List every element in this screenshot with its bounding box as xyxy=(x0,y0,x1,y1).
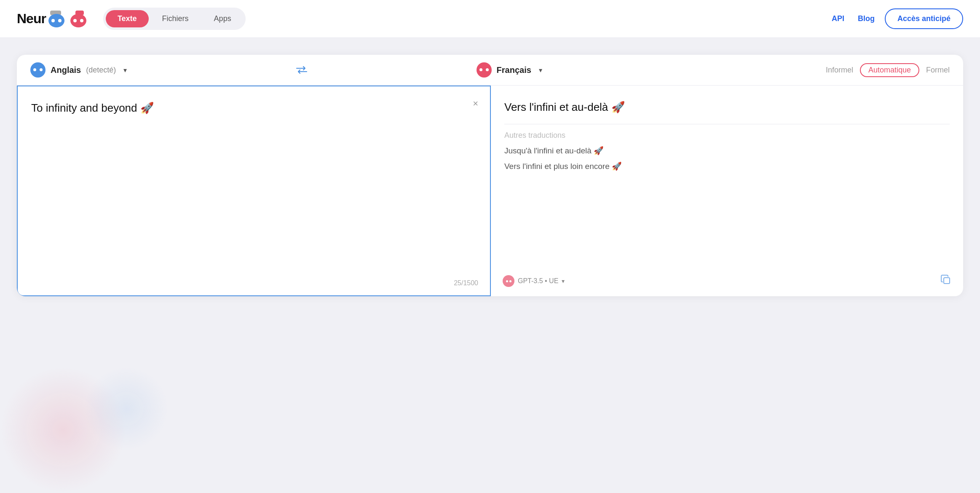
char-count: 25/1500 xyxy=(454,279,478,287)
panel-footer: GPT-3.5 • UE ▾ xyxy=(503,274,951,288)
target-panel: Vers l'infini et au-delà 🚀 Autres traduc… xyxy=(491,86,963,296)
main-content: Anglais (detecté) ▾ Français ▾ I xyxy=(0,38,980,493)
panel-divider xyxy=(504,124,950,124)
header: Neur Texte Fichie xyxy=(0,0,980,38)
source-lang-detected: (detecté) xyxy=(86,66,116,75)
language-swap xyxy=(127,66,476,74)
alt-translation-2: Vers l'infini et plus loin encore 🚀 xyxy=(504,161,950,173)
clear-button[interactable]: × xyxy=(473,98,478,109)
tone-informel[interactable]: Informel xyxy=(826,66,853,75)
svg-rect-0 xyxy=(944,278,950,284)
model-info: GPT-3.5 • UE ▾ xyxy=(503,275,565,287)
tab-texte[interactable]: Texte xyxy=(106,10,149,27)
copy-button[interactable] xyxy=(940,274,951,288)
target-lang-icon xyxy=(477,62,492,78)
other-translations-label: Autres traductions xyxy=(504,131,950,140)
swap-languages-button[interactable] xyxy=(296,66,308,74)
target-lang-chevron-icon[interactable]: ▾ xyxy=(539,66,542,74)
blog-link[interactable]: Blog xyxy=(858,14,875,23)
model-icon xyxy=(503,275,514,287)
tab-fichiers[interactable]: Fichiers xyxy=(150,10,201,27)
logo-robot-pink xyxy=(70,14,86,27)
logo: Neur xyxy=(17,11,86,27)
tone-automatique[interactable]: Automatique xyxy=(860,63,919,77)
target-text: Vers l'infini et au-delà 🚀 xyxy=(504,99,950,115)
logo-icons xyxy=(48,11,86,27)
tone-formel[interactable]: Formel xyxy=(926,66,950,75)
early-access-button[interactable]: Accès anticipé xyxy=(885,8,963,29)
source-panel: To infinity and beyond 🚀 × 25/1500 xyxy=(17,86,491,296)
source-lang-icon xyxy=(30,62,46,78)
logo-text: Neur xyxy=(17,11,46,27)
header-links: API Blog xyxy=(832,14,875,23)
model-text[interactable]: GPT-3.5 • UE xyxy=(518,277,558,285)
copy-icon xyxy=(940,274,951,285)
swap-icon xyxy=(296,66,308,74)
language-bar: Anglais (detecté) ▾ Français ▾ I xyxy=(17,55,963,86)
tone-options: Informel Automatique Formel xyxy=(826,63,950,77)
api-link[interactable]: API xyxy=(832,14,844,23)
source-lang-name: Anglais xyxy=(51,65,81,75)
model-chevron-icon[interactable]: ▾ xyxy=(562,278,565,284)
source-lang-chevron-icon[interactable]: ▾ xyxy=(123,66,127,74)
target-language: Français ▾ xyxy=(477,62,826,78)
tab-apps[interactable]: Apps xyxy=(202,10,243,27)
source-language: Anglais (detecté) ▾ xyxy=(30,62,127,78)
target-lang-name: Français xyxy=(497,65,531,75)
translator-card: Anglais (detecté) ▾ Français ▾ I xyxy=(17,55,963,296)
logo-robot-blue xyxy=(48,14,64,27)
translation-panels: To infinity and beyond 🚀 × 25/1500 Vers … xyxy=(17,86,963,296)
source-text: To infinity and beyond 🚀 xyxy=(31,100,477,116)
alt-translation-1: Jusqu'à l'infini et au-delà 🚀 xyxy=(504,145,950,157)
nav-tabs: Texte Fichiers Apps xyxy=(103,8,246,30)
